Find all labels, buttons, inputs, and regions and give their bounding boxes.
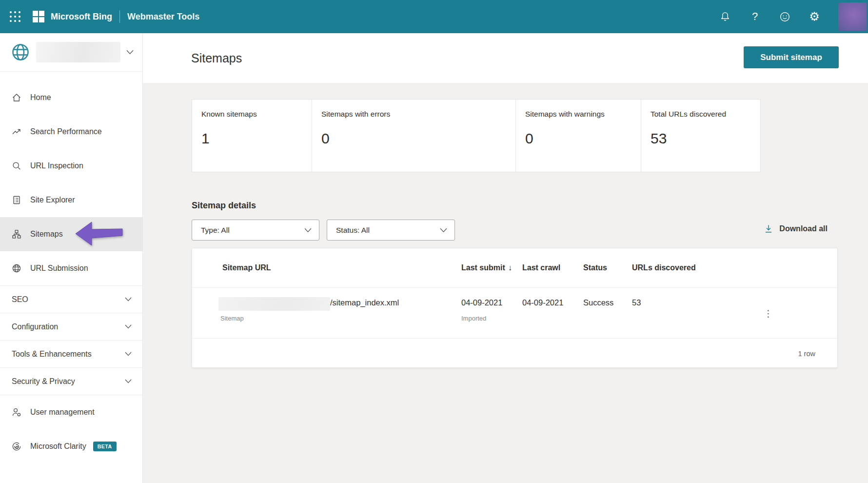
site-globe-icon (11, 42, 30, 62)
sidebar-sections: SEO Configuration Tools & Enhancements S… (0, 285, 142, 395)
table-row: /sitemap_index.xml Sitemap 04-09-2021 Im… (192, 288, 837, 339)
chevron-down-icon (125, 379, 132, 383)
chevron-down-icon (125, 324, 132, 329)
section-label: Security & Privacy (12, 377, 75, 386)
sidebar-item-label: URL Inspection (30, 161, 83, 170)
sitemap-hierarchy-icon (12, 229, 21, 239)
app-launcher-waffle-icon[interactable] (9, 10, 21, 23)
sidebar-item-site-explorer[interactable]: Site Explorer (0, 183, 142, 217)
sidebar-section-configuration[interactable]: Configuration (0, 313, 142, 341)
stat-card-sitemaps-with-warnings: Sitemaps with warnings 0 (515, 100, 641, 172)
sidebar-item-label: URL Submission (30, 264, 88, 273)
beta-badge: BETA (93, 442, 117, 451)
stat-label: Sitemaps with errors (321, 110, 515, 119)
sidebar-item-label: Search Performance (30, 127, 102, 136)
sidebar-item-user-management[interactable]: User management (0, 395, 142, 429)
column-header-sitemap-url[interactable]: Sitemap URL (222, 263, 271, 272)
app-window: Microsoft Bing Webmaster Tools ? ⚙ (0, 0, 868, 483)
product-title: Webmaster Tools (127, 12, 199, 22)
sidebar-item-label: Home (30, 93, 51, 102)
topbar-actions: ? ⚙ (719, 2, 867, 31)
stat-card-total-urls-discovered: Total URLs discovered 53 (641, 100, 761, 172)
sidebar-item-url-submission[interactable]: URL Submission (0, 251, 142, 285)
table-header: Sitemap URL Last submit ↓ Last crawl Sta… (192, 248, 837, 288)
row-menu-kebab-icon[interactable]: ⋮ (764, 308, 773, 318)
sitemaps-table: Sitemap URL Last submit ↓ Last crawl Sta… (192, 248, 838, 368)
notifications-bell-icon[interactable] (719, 11, 731, 22)
type-filter-value: Type: All (201, 226, 230, 235)
stat-card-known-sitemaps: Known sitemaps 1 (192, 100, 312, 172)
microsoft-logo-icon (32, 10, 45, 23)
sidebar-nav: Home Search Performance URL Inspection (0, 72, 142, 285)
section-label: Tools & Enhancements (12, 350, 92, 359)
brand-divider (119, 10, 120, 23)
sitemap-url-path: /sitemap_index.xml (330, 298, 399, 307)
clarity-icon (12, 442, 21, 451)
feedback-smiley-icon[interactable] (779, 11, 790, 22)
sidebar: Home Search Performance URL Inspection (0, 33, 143, 483)
sidebar-item-search-performance[interactable]: Search Performance (0, 115, 142, 149)
section-label: Configuration (12, 322, 58, 331)
magnifier-icon (12, 161, 21, 171)
section-label: SEO (12, 295, 28, 304)
help-icon[interactable]: ? (749, 11, 761, 22)
stats-cards: Known sitemaps 1 Sitemaps with errors 0 … (192, 99, 761, 172)
urls-discovered-value: 53 (632, 298, 641, 307)
stat-label: Known sitemaps (201, 110, 312, 119)
document-list-icon (12, 195, 21, 205)
column-header-last-crawl[interactable]: Last crawl (522, 263, 560, 272)
column-header-last-submit[interactable]: Last submit (461, 263, 505, 272)
last-submit-value: 04-09-2021 (461, 298, 502, 307)
row-count: 1 row (798, 350, 815, 358)
sidebar-item-url-inspection[interactable]: URL Inspection (0, 149, 142, 183)
status-filter-dropdown[interactable]: Status: All (327, 220, 455, 241)
sidebar-item-label: User management (30, 408, 95, 417)
column-header-status[interactable]: Status (583, 263, 607, 272)
sort-descending-icon[interactable]: ↓ (508, 263, 512, 272)
stat-label: Total URLs discovered (651, 110, 761, 119)
sidebar-item-microsoft-clarity[interactable]: Microsoft Clarity BETA (0, 429, 142, 463)
type-filter-dropdown[interactable]: Type: All (192, 220, 319, 241)
last-crawl-value: 04-09-2021 (522, 298, 563, 307)
status-value: Success (583, 298, 613, 307)
page-title: Sitemaps (191, 51, 242, 65)
sidebar-item-home[interactable]: Home (0, 80, 142, 115)
download-icon (764, 224, 773, 234)
globe-icon (12, 263, 21, 273)
page-header: Sitemaps Submit sitemap (143, 33, 868, 83)
stat-value: 0 (525, 130, 641, 147)
stat-card-sitemaps-with-errors: Sitemaps with errors 0 (312, 100, 515, 172)
sidebar-item-label: Site Explorer (30, 196, 75, 204)
main-content: Sitemaps Submit sitemap Known sitemaps 1… (143, 33, 868, 483)
chevron-down-icon (126, 50, 134, 55)
chevron-down-icon (125, 297, 132, 302)
settings-gear-icon[interactable]: ⚙ (809, 11, 820, 22)
stat-label: Sitemaps with warnings (525, 110, 641, 119)
user-avatar[interactable] (838, 2, 867, 31)
sidebar-item-sitemaps[interactable]: Sitemaps (0, 217, 142, 251)
chevron-down-icon (440, 228, 447, 233)
status-filter-value: Status: All (336, 226, 370, 235)
user-icon (12, 407, 21, 417)
last-submit-note: Imported (461, 315, 486, 322)
download-all-label: Download all (779, 224, 828, 233)
top-bar: Microsoft Bing Webmaster Tools ? ⚙ (0, 0, 868, 33)
site-selector[interactable] (0, 33, 142, 72)
sidebar-section-seo[interactable]: SEO (0, 286, 142, 313)
chevron-down-icon (304, 228, 312, 233)
sidebar-item-label: Microsoft Clarity (30, 442, 86, 451)
sitemap-type-label: Sitemap (220, 315, 244, 322)
sidebar-item-label: Sitemaps (30, 230, 63, 239)
stat-value: 0 (321, 130, 515, 147)
sidebar-section-tools-enhancements[interactable]: Tools & Enhancements (0, 341, 142, 368)
download-all-button[interactable]: Download all (764, 224, 828, 234)
sidebar-section-security-privacy[interactable]: Security & Privacy (0, 368, 142, 395)
stat-value: 1 (201, 130, 312, 147)
column-header-urls-discovered[interactable]: URLs discovered (632, 263, 696, 272)
submit-sitemap-button[interactable]: Submit sitemap (744, 46, 839, 68)
site-name-blurred (36, 42, 120, 62)
home-icon (12, 93, 21, 102)
sitemap-details-heading: Sitemap details (192, 201, 256, 211)
brand-title: Microsoft Bing (51, 12, 112, 22)
stat-value: 53 (651, 130, 761, 147)
